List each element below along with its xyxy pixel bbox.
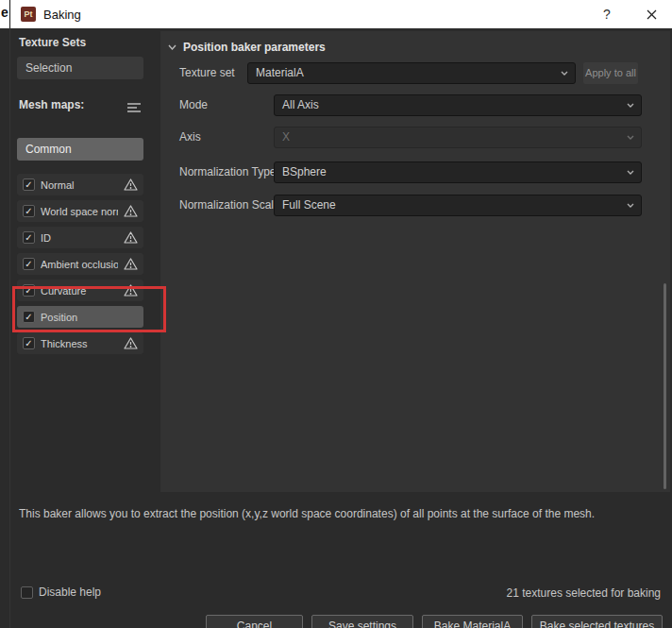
checkbox-checked[interactable]: ✓ [23,337,35,349]
cancel-button[interactable]: Cancel [206,615,303,628]
check-icon: ✓ [25,180,32,190]
bake-selected-textures-button[interactable]: Bake selected textures [531,615,663,628]
warning-icon [124,178,138,191]
mesh-map-label: Position [41,312,138,323]
texture-set-dropdown[interactable]: MaterialA [247,62,576,84]
mesh-map-row-normal[interactable]: ✓ Normal [17,174,143,195]
checkbox-checked[interactable]: ✓ [23,205,35,217]
close-icon [647,9,657,20]
dropdown-value: X [282,130,290,144]
mesh-map-label: Normal [41,179,118,191]
normalization-type-label: Normalization Type [179,161,277,183]
bake-material-button[interactable]: Bake MaterialA [422,615,523,628]
save-settings-button[interactable]: Save settings [311,615,413,628]
section-title: Position baker parameters [183,41,326,54]
mesh-map-row-id[interactable]: ✓ ID [17,227,143,248]
window-left-edge [9,0,10,28]
window-title: Baking [43,8,81,22]
background-window-fragment: e [1,5,9,24]
check-icon: ✓ [25,260,32,269]
checkbox-unchecked[interactable] [21,586,33,599]
check-icon: ✓ [25,286,32,296]
axis-dropdown[interactable]: X [274,127,642,148]
dropdown-value: Full Scene [282,198,336,212]
check-icon: ✓ [25,339,32,348]
disable-help-label: Disable help [39,586,101,599]
texture-set-label: Texture set [179,62,235,84]
mesh-map-label: Ambient occlusion [41,259,118,270]
chevron-down-icon [627,170,634,175]
menu-lines-icon [126,102,142,113]
warning-icon [124,258,138,270]
selection-item[interactable]: Selection [17,57,143,79]
mesh-map-row-ambient-occlusion[interactable]: ✓ Ambient occlusion [17,253,143,275]
mode-dropdown[interactable]: All Axis [274,94,642,116]
apply-to-all-button[interactable]: Apply to all [583,62,638,84]
disable-help-control[interactable]: Disable help [21,586,101,599]
axis-label: Axis [179,127,201,148]
chevron-down-icon [168,44,176,50]
mesh-maps-header: Mesh maps: [19,98,84,111]
textures-selected-status: 21 textures selected for baking [507,586,661,600]
checkbox-checked[interactable]: ✓ [23,311,35,323]
mesh-map-label: Thickness [41,338,118,349]
dropdown-value: BSphere [282,165,327,178]
chevron-down-icon [561,71,568,76]
chevron-down-icon [627,135,634,140]
mesh-map-row-position[interactable]: ✓ Position [17,306,143,328]
help-button[interactable]: ? [596,5,617,24]
normalization-type-dropdown[interactable]: BSphere [274,161,642,183]
warning-icon [124,231,138,244]
checkbox-checked[interactable]: ✓ [23,258,35,270]
app-icon: Pt [21,7,36,22]
warning-icon [124,337,138,349]
dropdown-value: All Axis [282,98,319,111]
checkbox-checked[interactable]: ✓ [23,284,35,297]
baker-parameters-panel: Position baker parameters Texture set Ma… [160,31,670,492]
check-icon: ✓ [25,207,32,216]
mode-label: Mode [179,94,208,116]
warning-icon [124,284,138,297]
mesh-map-row-curvature[interactable]: ✓ Curvature [17,280,143,301]
checkbox-checked[interactable]: ✓ [23,178,35,191]
close-button[interactable] [640,4,663,25]
common-tab[interactable]: Common [17,138,143,161]
mesh-map-label: World space normal [41,206,118,217]
mesh-map-label: ID [41,232,118,244]
mesh-map-row-world-space-normal[interactable]: ✓ World space normal [17,200,143,222]
warning-icon [124,205,138,217]
chevron-down-icon [627,203,634,208]
mesh-maps-menu-button[interactable] [126,100,142,117]
check-icon: ✓ [25,233,32,243]
baker-help-text: This baker allows you to extract the pos… [19,507,651,520]
normalization-scale-label: Normalization Scale [179,195,280,216]
vertical-scrollbar[interactable] [664,283,666,489]
dialog-left-border [9,28,10,628]
texture-sets-header: Texture Sets [19,36,86,49]
chevron-down-icon [627,103,634,108]
mesh-map-label: Curvature [41,285,118,297]
check-icon: ✓ [25,313,32,322]
mesh-map-row-thickness[interactable]: ✓ Thickness [17,332,143,354]
normalization-scale-dropdown[interactable]: Full Scene [274,195,642,216]
section-header[interactable]: Position baker parameters [168,41,326,54]
dropdown-value: MaterialA [256,66,304,79]
checkbox-checked[interactable]: ✓ [23,231,35,244]
title-bar [0,0,672,28]
